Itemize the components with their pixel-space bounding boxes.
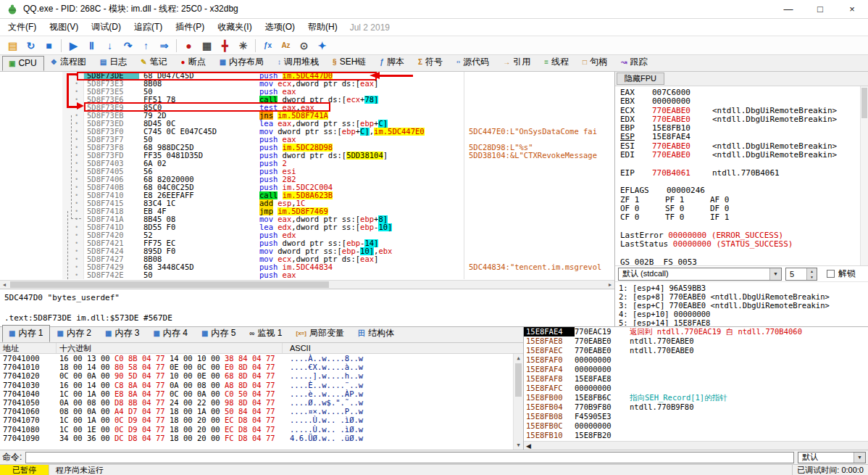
fx-icon[interactable]: ƒx bbox=[259, 38, 277, 54]
flags-row[interactable]: ZF 1PF 1AF 0 bbox=[620, 196, 868, 205]
register-row[interactable]: EFLAGS00000246 bbox=[620, 186, 868, 195]
stack-row[interactable]: 15E8FAF400000000 bbox=[524, 365, 868, 374]
tab-log[interactable]: ▤日志 bbox=[93, 54, 134, 71]
breakpoint-gutter[interactable]: • bbox=[62, 96, 84, 104]
breakpoint-gutter[interactable]: • bbox=[62, 247, 84, 255]
tab-memory-map[interactable]: ▦内存布局 bbox=[213, 54, 271, 71]
tab-mem3[interactable]: ▦内存 3 bbox=[99, 325, 146, 342]
disasm-row[interactable]: •5D8F742E50push eax bbox=[0, 271, 614, 279]
breakpoint-gutter[interactable]: • bbox=[62, 231, 84, 239]
run-icon[interactable]: ▶ bbox=[64, 38, 83, 54]
dump-row[interactable]: 7704106008000A00A4D7047718001A0050840477… bbox=[0, 407, 523, 416]
breakpoint-gutter[interactable]: • bbox=[62, 207, 84, 215]
stack-row[interactable]: 15E8FAE4770EAC19返回到 ntdll.770EAC19 自 ntd… bbox=[524, 327, 868, 336]
disasm-row[interactable]: •5D8F740B68 04C0C25Dpush im.5DC2C004 bbox=[0, 183, 614, 191]
tab-threads[interactable]: ≡线程 bbox=[538, 54, 576, 71]
stack-row[interactable]: 15E8FAF000000000 bbox=[524, 355, 868, 365]
breakpoint-gutter[interactable]: • bbox=[62, 112, 84, 120]
breakpoint-gutter[interactable]: • bbox=[62, 271, 84, 279]
minimize-button[interactable]: — bbox=[772, 0, 804, 18]
disasm-row[interactable]: •5D8F741583C4 1Cadd esp,1C bbox=[0, 199, 614, 207]
dump-row[interactable]: 770410200C000A00905D047710000E00688D0477… bbox=[0, 371, 523, 380]
disasm-row[interactable]: •5D8F740668 82020000push 282 bbox=[0, 175, 614, 183]
tab-struct[interactable]: 田结构体 bbox=[351, 325, 401, 342]
breakpoint-gutter[interactable]: • bbox=[62, 136, 84, 144]
chevron-down-icon[interactable]: ▼ bbox=[854, 453, 865, 463]
breakpoint-gutter[interactable]: • bbox=[62, 160, 84, 168]
scroll-up-icon[interactable]: ▲ bbox=[514, 354, 523, 363]
open-folder-icon[interactable]: ▤ bbox=[4, 38, 22, 54]
tab-seh[interactable]: §SEH链 bbox=[326, 54, 373, 71]
argument-row[interactable]: 4: [esp+10] 00000000 bbox=[619, 310, 868, 318]
argument-row[interactable]: 2: [esp+8] 770EABE0 <ntdll.DbgUiRemoteBr… bbox=[619, 292, 868, 301]
breakpoint-gutter[interactable]: • bbox=[62, 183, 84, 191]
register-row[interactable]: EIP770B4061ntdll.770B4061 bbox=[620, 169, 868, 178]
registers-scrollbar[interactable] bbox=[860, 86, 868, 265]
argument-row[interactable]: 3: [esp+C] 770EABE0 <ntdll.DbgUiRemoteBr… bbox=[619, 301, 868, 310]
disasm-row[interactable]: •5D8F7421FF75 ECpush dword ptr ss:[ebp-1… bbox=[0, 239, 614, 247]
breakpoint-gutter[interactable]: • bbox=[62, 191, 84, 199]
disasm-row[interactable]: •5D8F741D8D55 F0lea edx,dword ptr ss:[eb… bbox=[0, 223, 614, 231]
tab-graph[interactable]: ❖流程图 bbox=[44, 54, 93, 71]
tab-symbols[interactable]: Σ符号 bbox=[412, 54, 450, 71]
dump-row[interactable]: 7704109034003600DCD8047718002000FCD80477… bbox=[0, 434, 523, 442]
disasm-row[interactable]: •5D8F73F750push eax bbox=[0, 136, 614, 144]
breakpoint-gutter[interactable]: • bbox=[62, 215, 84, 223]
tab-handles[interactable]: □句柄 bbox=[576, 54, 614, 71]
tab-trace[interactable]: ↝跟踪 bbox=[614, 54, 654, 71]
tab-watch1[interactable]: ∞监视 1 bbox=[243, 325, 289, 342]
dump-row[interactable]: 770410801C001E000CD9047718002000ECD80477… bbox=[0, 425, 523, 434]
disasm-row[interactable]: •5D8F73DE68 D047C45Dpush im.5DC447D0 bbox=[0, 72, 614, 80]
flags-row[interactable]: OF 0SF 0DF 0 bbox=[620, 205, 868, 213]
breakpoint-gutter[interactable]: • bbox=[62, 239, 84, 247]
stack-row[interactable]: 15E8FAEC770EABE0ntdll.770EABE0 bbox=[524, 346, 868, 355]
scrollbar-thumb[interactable] bbox=[10, 281, 329, 288]
dump-view[interactable]: 7704100016001300C08B04771400100038840477… bbox=[0, 354, 523, 450]
close-button[interactable]: × bbox=[836, 0, 868, 18]
disasm-row[interactable]: •5D8F73ED8D45 0Clea eax,dword ptr ss:[eb… bbox=[0, 120, 614, 128]
register-spacer[interactable] bbox=[620, 178, 868, 186]
breakpoint-gutter[interactable]: • bbox=[62, 175, 84, 183]
menu-file[interactable]: 文件(F) bbox=[1, 19, 43, 36]
disasm-row[interactable]: •5D8F73E38B08mov ecx,dword ptr ds:[eax] bbox=[0, 80, 614, 88]
calling-convention-select[interactable]: 默认 (stdcall) ▼ bbox=[618, 268, 782, 281]
unlock-checkbox[interactable] bbox=[827, 270, 835, 278]
disasm-row[interactable]: •5D8F7410E8 26EEFAFFcall im.5D8A623B bbox=[0, 191, 614, 199]
disasm-row[interactable]: •5D8F74278B08mov ecx,dword ptr ds:[eax] bbox=[0, 255, 614, 263]
tab-breakpoints[interactable]: ●断点 bbox=[175, 54, 213, 71]
scroll-left-icon[interactable]: ◂ bbox=[0, 281, 9, 289]
stack-row[interactable]: 15E8FAF815E8FAE8 bbox=[524, 374, 868, 384]
disasm-row[interactable]: •5D8F742968 3448C45Dpush im.5DC448345DC4… bbox=[0, 263, 614, 271]
breakpoint-gutter[interactable]: • bbox=[62, 199, 84, 207]
disasm-row[interactable]: •5D8F73F0C745 0C E047C45Dmov dword ptr s… bbox=[0, 128, 614, 136]
register-row[interactable]: LastStatus 00000000 (STATUS_SUCCESS) bbox=[620, 240, 868, 249]
disasm-row[interactable]: •5D8F73E985C0test eax,eax bbox=[0, 104, 614, 112]
stack-row[interactable]: 15E8FB0015E8FB6C指向SEH_Record[1]的指针 bbox=[524, 393, 868, 402]
patches-icon[interactable]: ╋ bbox=[216, 38, 234, 54]
breakpoint-gutter[interactable]: • bbox=[62, 152, 84, 160]
chevron-down-icon[interactable]: ▼ bbox=[769, 268, 781, 280]
stack-row[interactable]: 15E8FAFC00000000 bbox=[524, 384, 868, 393]
breakpoint-gutter[interactable]: • bbox=[62, 120, 84, 128]
argument-row[interactable]: 5: [esp+14] 15E8FAE8 bbox=[619, 318, 868, 326]
menu-debug[interactable]: 调试(D) bbox=[85, 19, 128, 36]
tab-locals[interactable]: [x=]局部变量 bbox=[290, 325, 351, 342]
disasm-row[interactable]: •5D8F73FDFF35 0481D35Dpush dword ptr ds:… bbox=[0, 152, 614, 160]
arguments-view[interactable]: 1: [esp+4] 96A59BB32: [esp+8] 770EABE0 <… bbox=[615, 281, 868, 326]
dump-row[interactable]: 7704103016001400C88A04770A000800A88D0477… bbox=[0, 381, 523, 389]
register-row[interactable]: EDI770EABE0<ntdll.DbgUiRemoteBreakin> bbox=[620, 151, 868, 160]
tab-script[interactable]: ƒ脚本 bbox=[373, 54, 412, 71]
spinner-arrows-icon[interactable]: ▲▼ bbox=[806, 268, 817, 280]
disassembly-view[interactable]: •5D8F73DE68 D047C45Dpush im.5DC447D0•5D8… bbox=[0, 72, 614, 280]
stack-row[interactable]: 15E8FB1015E8FB20 bbox=[524, 431, 868, 440]
comment-icon[interactable]: ✦ bbox=[313, 38, 331, 54]
breakpoints-icon[interactable]: ● bbox=[180, 38, 198, 54]
stack-view[interactable]: 15E8FAE4770EAC19返回到 ntdll.770EAC19 自 ntd… bbox=[524, 327, 868, 441]
memory-map-icon[interactable]: ▦ bbox=[198, 38, 216, 54]
breakpoint-gutter[interactable]: • bbox=[62, 80, 84, 88]
tab-mem1[interactable]: ▦内存 1 bbox=[2, 325, 50, 342]
disasm-horizontal-scrollbar[interactable]: ◂ ▸ bbox=[0, 280, 614, 289]
dump-vertical-scrollbar[interactable]: ▲ ▼ bbox=[513, 354, 523, 450]
disasm-row[interactable]: •5D8F74036A 02push 2 bbox=[0, 160, 614, 168]
menu-favourites[interactable]: 收藏夹(I) bbox=[211, 19, 258, 36]
